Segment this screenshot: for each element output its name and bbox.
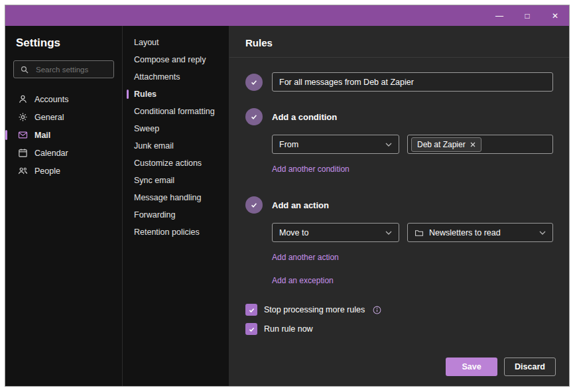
sidebar-item-label: Calendar — [34, 149, 68, 158]
nav-item-conditional-formatting[interactable]: Conditional formatting — [123, 103, 229, 120]
action-heading: Add an action — [272, 200, 329, 210]
window-content: Settings Accounts — [5, 26, 569, 386]
rules-panel: Rules — [229, 26, 569, 386]
calendar-icon — [17, 148, 28, 158]
rule-name-input[interactable] — [272, 72, 553, 92]
step-complete-icon — [245, 74, 263, 91]
sidebar-item-label: People — [34, 166, 60, 176]
action-fields-row: Move to Newsletters — [272, 223, 553, 242]
stop-processing-checkbox[interactable] — [245, 304, 257, 316]
action-folder-value: Newsletters to read — [429, 228, 501, 237]
add-another-action-link[interactable]: Add another action — [272, 253, 339, 262]
rule-name-row — [245, 72, 553, 92]
page-title: Rules — [245, 37, 553, 48]
search-icon — [19, 66, 30, 74]
rules-header: Rules — [229, 26, 569, 58]
mail-icon — [17, 130, 28, 140]
sidebar-item-label: Accounts — [34, 95, 68, 104]
stop-processing-row: Stop processing more rules — [245, 304, 553, 316]
sidebar-item-calendar[interactable]: Calendar — [13, 144, 114, 162]
search-settings-input[interactable] — [34, 65, 108, 74]
titlebar: — □ ✕ — [5, 5, 569, 26]
minimize-button[interactable]: — — [485, 5, 513, 26]
chevron-down-icon — [385, 143, 392, 147]
nav-item-layout[interactable]: Layout — [123, 34, 229, 51]
person-icon — [17, 94, 28, 104]
nav-item-compose-and-reply[interactable]: Compose and reply — [123, 51, 229, 68]
condition-type-dropdown[interactable]: From — [272, 135, 399, 154]
run-rule-now-checkbox[interactable] — [245, 323, 257, 335]
sidebar-item-mail[interactable]: Mail — [13, 126, 114, 144]
sidebar-item-accounts[interactable]: Accounts — [13, 90, 114, 108]
nav-item-message-handling[interactable]: Message handling — [123, 189, 229, 206]
add-another-condition-link[interactable]: Add another condition — [272, 164, 350, 174]
sidebar-item-label: General — [34, 113, 64, 122]
sidebar-item-label: Mail — [34, 131, 50, 140]
condition-fields-row: From Deb at Zapier — [272, 135, 553, 154]
stop-processing-label: Stop processing more rules — [264, 305, 365, 314]
people-icon — [17, 166, 28, 176]
nav-item-attachments[interactable]: Attachments — [123, 68, 229, 86]
info-icon[interactable] — [373, 306, 381, 314]
condition-heading: Add a condition — [272, 112, 337, 122]
step-complete-icon — [245, 108, 263, 125]
maximize-button[interactable]: □ — [513, 5, 541, 26]
rule-editor: Add a condition From Deb at Zapier — [229, 58, 569, 386]
nav-item-junk-email[interactable]: Junk email — [123, 137, 229, 155]
close-button[interactable]: ✕ — [541, 5, 569, 26]
action-type-value: Move to — [279, 228, 308, 237]
sidebar-item-general[interactable]: General — [13, 108, 114, 126]
footer-actions: Save Discard — [446, 358, 556, 376]
search-settings-box[interactable] — [13, 60, 114, 78]
condition-type-value: From — [279, 140, 298, 149]
folder-icon — [415, 228, 424, 237]
dismiss-icon[interactable] — [470, 140, 476, 149]
nav-item-retention-policies[interactable]: Retention policies — [123, 224, 229, 241]
nav-item-forwarding[interactable]: Forwarding — [123, 206, 229, 224]
settings-title: Settings — [16, 36, 114, 50]
condition-heading-row: Add a condition — [245, 108, 553, 125]
condition-value-tag[interactable]: Deb at Zapier — [411, 137, 481, 152]
nav-item-sync-email[interactable]: Sync email — [123, 172, 229, 189]
add-an-exception-link[interactable]: Add an exception — [272, 276, 334, 285]
gear-icon — [17, 112, 28, 122]
chevron-down-icon — [539, 231, 546, 235]
action-folder-dropdown[interactable]: Newsletters to read — [407, 223, 553, 242]
sidebar-item-people[interactable]: People — [13, 162, 114, 180]
step-complete-icon — [245, 196, 263, 214]
nav-item-rules[interactable]: Rules — [123, 86, 229, 103]
settings-sidebar: Settings Accounts — [5, 26, 123, 386]
save-button[interactable]: Save — [446, 358, 497, 376]
nav-item-sweep[interactable]: Sweep — [123, 120, 229, 137]
action-type-dropdown[interactable]: Move to — [272, 223, 399, 242]
discard-button[interactable]: Discard — [504, 358, 556, 376]
nav-item-customize-actions[interactable]: Customize actions — [123, 155, 229, 172]
mail-settings-nav: Layout Compose and reply Attachments Rul… — [123, 26, 229, 386]
settings-window: — □ ✕ Settings — [5, 5, 570, 387]
run-rule-now-row: Run rule now — [245, 323, 553, 335]
condition-value-field[interactable]: Deb at Zapier — [407, 135, 553, 154]
run-rule-now-label: Run rule now — [264, 324, 313, 334]
chevron-down-icon — [385, 231, 392, 235]
action-heading-row: Add an action — [245, 196, 553, 214]
tag-label: Deb at Zapier — [417, 140, 466, 149]
